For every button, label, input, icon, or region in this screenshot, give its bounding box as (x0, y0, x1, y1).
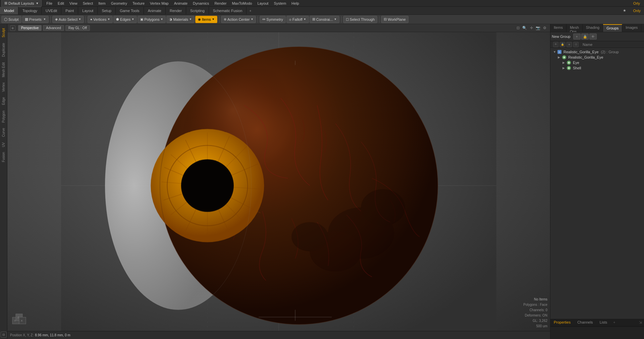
toolbar-new-btn[interactable]: + (573, 33, 581, 40)
toolbar-eye-btn[interactable]: 👁 (589, 33, 597, 40)
edges-arrow: ▼ (131, 18, 134, 21)
camera-icon[interactable]: 📷 (535, 25, 541, 31)
tree-item-eye[interactable]: ▶ ◉ Eye (550, 60, 644, 65)
sidebar-tab-mesh-edit[interactable]: Mesh Edit (1, 60, 6, 80)
panel-tab-plus[interactable]: + (641, 24, 644, 32)
menu-view[interactable]: View (67, 1, 80, 6)
right-bottom-plus[interactable]: + (610, 319, 618, 326)
viewport-info: No Items Polygons : Face Channels: 0 Def… (523, 297, 547, 329)
tab-animate[interactable]: Animate (144, 7, 166, 14)
panel-tab-images[interactable]: Images (622, 24, 641, 32)
fit-view-icon[interactable]: ⊡ (515, 25, 521, 31)
right-bottom-tabs: Properties Channels Lists + ⇲ (550, 319, 644, 327)
sidebar-tab-uv[interactable]: UV (1, 140, 6, 150)
col-toggle-2[interactable]: 🔒 (560, 42, 565, 47)
tab-scripting[interactable]: Scripting (186, 7, 209, 14)
menu-render[interactable]: Render (212, 1, 229, 6)
only-label[interactable]: Only (630, 8, 644, 14)
tab-topology[interactable]: Topology (18, 7, 42, 14)
tree-item-suffix-0: (2) : Group (601, 50, 619, 54)
star-icon[interactable]: ★ (620, 7, 630, 14)
col-toggle-4[interactable]: ⊡ (573, 42, 579, 47)
tab-setup[interactable]: Setup (98, 7, 116, 14)
tab-render[interactable]: Render (166, 7, 186, 14)
col-toggle-1[interactable]: 👁 (553, 42, 558, 47)
symmetry-btn[interactable]: ⇔ Symmetry (260, 16, 286, 23)
tab-model[interactable]: Model (0, 7, 18, 14)
right-bottom-tab-lists[interactable]: Lists (596, 319, 611, 326)
channels-label: Channels: 0 (523, 308, 547, 313)
advanced-label[interactable]: Advanced (43, 25, 64, 31)
tree-item-gorilla-eye[interactable]: ▶ ◉ Realistic_Gorilla_Eye (550, 55, 644, 60)
edges-btn[interactable]: ⬟ Edges ▼ (113, 16, 137, 23)
pan-icon[interactable]: ✛ (529, 25, 534, 31)
menu-maxtomodo[interactable]: MaxToModo (229, 1, 255, 6)
menu-file[interactable]: File (44, 1, 55, 6)
right-bottom-expand-icon[interactable]: ⇲ (637, 319, 644, 326)
col-toggle-3[interactable]: ◈ (567, 42, 572, 47)
tab-paint[interactable]: Paint (61, 7, 78, 14)
items-btn[interactable]: ◉ Items ▼ (195, 16, 217, 23)
svg-point-14 (291, 222, 328, 251)
tabs-row: Model Topology UVEdit Paint Layout Setup… (0, 7, 644, 15)
tab-uvedit[interactable]: UVEdit (42, 7, 61, 14)
falloff-btn[interactable]: ⌾ Falloff ▼ (286, 16, 309, 23)
ray-gl-label[interactable]: Ray GL : Off (65, 25, 90, 31)
zoom-icon[interactable]: 🔍 (522, 25, 527, 31)
tree-item-label-2: Eye (573, 61, 579, 65)
sidebar-tab-edge[interactable]: Edge (1, 94, 6, 108)
menu-select[interactable]: Select (80, 1, 96, 6)
toolbar-lock-btn[interactable]: 🔒 (581, 33, 589, 40)
sidebar-bottom-icon[interactable]: ⊟ (1, 332, 7, 338)
work-plane-btn[interactable]: ⊟ WorkPlane (381, 16, 409, 23)
tree-item-shell[interactable]: ▶ ◉ Shell (550, 65, 644, 71)
menu-animate[interactable]: Animate (171, 1, 190, 6)
constrain-btn[interactable]: ⊞ Constrai... ▼ (310, 16, 339, 23)
polygons-btn[interactable]: ▣ Polygons ▼ (138, 16, 166, 23)
sidebar-tab-fusion[interactable]: Fusion (1, 149, 6, 165)
menu-item[interactable]: Item (96, 1, 108, 6)
expand-arrow-2: ▶ (562, 61, 566, 64)
menu-layout[interactable]: Layout (255, 1, 271, 6)
tab-schematic-fusion[interactable]: Schematic Fusion (209, 7, 247, 14)
materials-btn[interactable]: ◑ Materials ▼ (166, 16, 195, 23)
sidebar-tab-polygon[interactable]: Polygon (1, 108, 6, 125)
menu-vertex-map[interactable]: Vertex Map (147, 1, 171, 6)
panel-tab-shading[interactable]: Shading (583, 24, 603, 32)
perspective-label[interactable]: Perspective (18, 25, 42, 31)
menu-geometry[interactable]: Geometry (108, 1, 130, 6)
right-bottom-tab-channels[interactable]: Channels (574, 319, 596, 326)
sculpt-btn[interactable]: ⬡ Sculpt (1, 16, 21, 23)
tab-layout[interactable]: Layout (78, 7, 98, 14)
menu-help[interactable]: Help (289, 1, 302, 6)
sidebar-tab-vertex[interactable]: Vertex (1, 80, 6, 94)
select-through-btn[interactable]: ◻ Select Through (343, 16, 377, 23)
auto-select-btn[interactable]: ◈ Auto Select ▼ (52, 16, 84, 23)
tree-item-gorilla-eye-group[interactable]: ▼ G Realistic_Gorilla_Eye (2) : Group (550, 49, 644, 55)
gizmo[interactable]: Y Z X (11, 311, 28, 327)
panel-tab-groups[interactable]: Groups (603, 24, 622, 32)
layout-icon: ⊞ (4, 1, 7, 5)
presets-btn[interactable]: ▦ Presets ▼ (22, 16, 49, 23)
menu-dynamics[interactable]: Dynamics (190, 1, 212, 6)
layout-selector[interactable]: ⊞ Default Layouts ▼ (1, 0, 42, 7)
right-bottom-tab-properties[interactable]: Properties (550, 319, 574, 326)
new-group-label: New Group (552, 35, 571, 39)
user-orly[interactable]: Orly (631, 1, 643, 6)
menu-system[interactable]: System (271, 1, 289, 6)
gl-count-label: GL: 3,262 (523, 318, 547, 324)
menu-edit[interactable]: Edit (55, 1, 67, 6)
viewport-canvas[interactable]: No Items Polygons : Face Channels: 0 Def… (7, 32, 550, 339)
panel-tab-items[interactable]: Items (550, 24, 567, 32)
menu-texture[interactable]: Texture (130, 1, 147, 6)
action-center-btn[interactable]: ⊕ Action Center ▼ (221, 16, 256, 23)
tab-plus-btn[interactable]: + (247, 8, 254, 14)
panel-tab-mesh-ops[interactable]: Mesh Ops (567, 24, 583, 32)
sidebar-tab-sculpt[interactable]: Sculpt (1, 25, 6, 40)
tab-game-tools[interactable]: Game Tools (116, 7, 144, 14)
vertices-btn[interactable]: ● Vertices ▼ (88, 16, 113, 23)
sidebar-tab-duplicate[interactable]: Duplicate (1, 40, 6, 60)
settings-icon[interactable]: ⚙ (542, 25, 547, 31)
viewport-toggle[interactable]: ⊕ (10, 25, 15, 31)
sidebar-tab-curve[interactable]: Curve (1, 125, 6, 140)
